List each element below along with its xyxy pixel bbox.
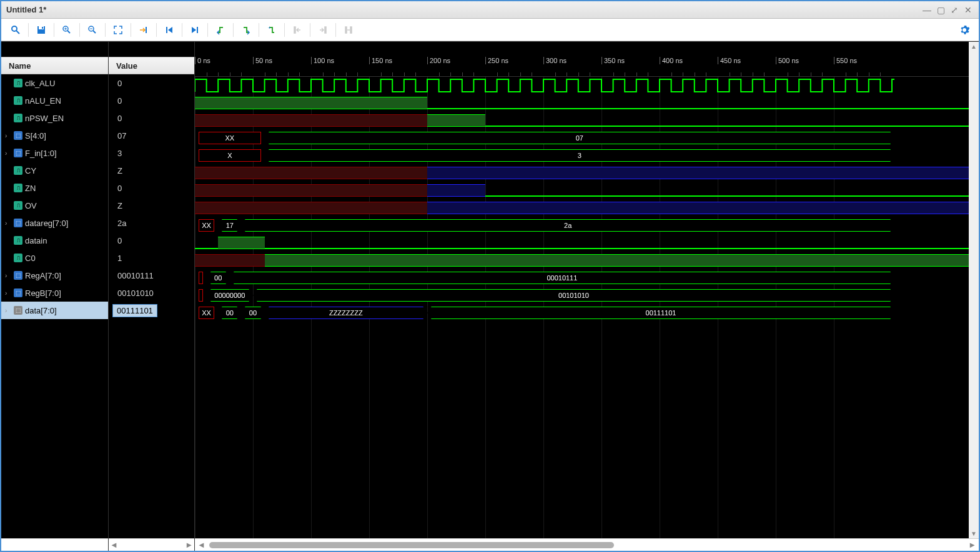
separator bbox=[131, 23, 131, 37]
bus-signal-icon: ⬚ bbox=[14, 288, 22, 297]
signal-name-row[interactable]: ›⬚S[4:0] bbox=[1, 127, 108, 144]
wave-row: 0000010111 bbox=[195, 269, 979, 287]
bus-segment: ZZZZZZZZ bbox=[269, 307, 423, 319]
ruler-tick: 500 ns bbox=[776, 57, 799, 64]
inout-signal-icon: ⬚ bbox=[14, 306, 22, 315]
signal-value-row[interactable]: 00101010 bbox=[109, 284, 194, 302]
signal-value-label: 0 bbox=[112, 79, 122, 88]
close-icon[interactable]: ✕ bbox=[963, 4, 974, 16]
bus-signal-icon: ⬚ bbox=[14, 131, 22, 140]
signal-value-row[interactable]: 07 bbox=[109, 127, 194, 144]
signal-name-label: RegA[7:0] bbox=[25, 271, 61, 280]
signal-value-row[interactable]: 00010111 bbox=[109, 267, 194, 284]
ruler-tick: 550 ns bbox=[834, 57, 857, 64]
signal-value-label: 00010111 bbox=[112, 271, 154, 280]
h-scroll-wave[interactable]: ◄ ► bbox=[195, 538, 979, 551]
ruler-tick: 100 ns bbox=[311, 57, 334, 64]
expand-icon[interactable]: › bbox=[5, 150, 14, 157]
goto-end-button[interactable] bbox=[186, 21, 204, 39]
signal-value-row[interactable]: 0 bbox=[109, 92, 194, 109]
swap-markers-button bbox=[339, 21, 358, 39]
svg-line-1 bbox=[16, 31, 19, 34]
expand-icon[interactable]: › bbox=[5, 290, 14, 297]
signal-name-label: clk_ALU bbox=[25, 79, 55, 88]
signal-value-row[interactable]: 2a bbox=[109, 214, 194, 232]
signal-value-label: 0 bbox=[112, 96, 122, 106]
waveform-area[interactable]: XX07X3XX172a00000101110000000000101010XX… bbox=[195, 77, 979, 538]
separator bbox=[310, 23, 310, 37]
zoom-in-button[interactable] bbox=[57, 21, 76, 39]
wave-row bbox=[195, 199, 979, 217]
signal-value-row[interactable]: Z bbox=[109, 197, 194, 214]
svg-rect-4 bbox=[42, 27, 43, 29]
bus-segment: 00 bbox=[222, 307, 237, 319]
signal-name-row[interactable]: ›⬚RegB[7:0] bbox=[1, 284, 108, 302]
prev-transition-button[interactable] bbox=[211, 21, 230, 39]
goto-start-button[interactable] bbox=[160, 21, 179, 39]
signal-name-row[interactable]: ›⬚RegA[7:0] bbox=[1, 267, 108, 284]
scroll-thumb[interactable] bbox=[209, 542, 614, 548]
signal-value-row[interactable]: 0 bbox=[109, 109, 194, 127]
signal-value-row[interactable]: Z bbox=[109, 162, 194, 179]
signal-name-row[interactable]: ›⬚datareg[7:0] bbox=[1, 214, 108, 232]
signal-value-row[interactable]: 3 bbox=[109, 144, 194, 162]
bus-segment: 00111101 bbox=[431, 307, 891, 319]
search-button[interactable] bbox=[6, 21, 25, 39]
save-button[interactable] bbox=[32, 21, 51, 39]
svg-line-11 bbox=[93, 31, 96, 33]
expand-icon[interactable]: › bbox=[5, 307, 14, 314]
h-scroll-name[interactable] bbox=[1, 538, 108, 551]
signal-value-label: Z bbox=[112, 201, 122, 210]
signal-value-label: 0 bbox=[112, 114, 122, 123]
scroll-up-icon[interactable]: ▲ bbox=[971, 43, 977, 50]
signal-value-row[interactable]: 00111101 bbox=[109, 302, 194, 319]
wave-row bbox=[195, 234, 979, 252]
signal-name-row[interactable]: ⎍nALU_EN bbox=[1, 92, 108, 109]
separator bbox=[54, 23, 54, 37]
signal-name-row[interactable]: ⎍C0 bbox=[1, 249, 108, 267]
bus-segment: 2a bbox=[245, 219, 891, 232]
separator bbox=[156, 23, 157, 37]
signal-value-row[interactable]: 0 bbox=[109, 179, 194, 197]
signal-name-row[interactable]: ›⬚data[7:0] bbox=[1, 302, 108, 319]
minimize-icon[interactable]: — bbox=[921, 4, 933, 16]
signal-name-row[interactable]: ⎍clk_ALU bbox=[1, 74, 108, 92]
expand-icon[interactable]: › bbox=[5, 132, 14, 139]
goto-cursor-button[interactable] bbox=[134, 21, 153, 39]
add-marker-button[interactable]: + bbox=[262, 21, 281, 39]
bus-segment bbox=[199, 272, 203, 284]
value-header[interactable]: Value bbox=[109, 57, 194, 74]
ruler-tick: 250 ns bbox=[485, 57, 508, 64]
settings-button[interactable] bbox=[955, 21, 974, 39]
signal-name-row[interactable]: ⎍nPSW_EN bbox=[1, 109, 108, 127]
signal-name-row[interactable]: ⎍ZN bbox=[1, 179, 108, 197]
bit-signal-icon: ⎍ bbox=[14, 96, 22, 105]
next-transition-button[interactable] bbox=[237, 21, 255, 39]
zoom-fit-button[interactable] bbox=[109, 21, 127, 39]
ruler-tick: 450 ns bbox=[718, 57, 741, 64]
signal-name-row[interactable]: ⎍datain bbox=[1, 232, 108, 249]
name-header[interactable]: Name bbox=[1, 57, 108, 74]
signal-value-row[interactable]: 1 bbox=[109, 249, 194, 267]
maximize-icon[interactable]: ▢ bbox=[935, 4, 946, 16]
restore-icon[interactable]: ⤢ bbox=[949, 4, 960, 16]
time-ruler[interactable]: 0 ns50 ns100 ns150 ns200 ns250 ns300 ns3… bbox=[195, 57, 979, 77]
expand-icon[interactable]: › bbox=[5, 272, 14, 279]
signal-name-label: nALU_EN bbox=[25, 96, 61, 106]
wave-row bbox=[195, 77, 979, 94]
wave-row: XX0000ZZZZZZZZ00111101 bbox=[195, 304, 979, 322]
expand-icon[interactable]: › bbox=[5, 220, 14, 227]
signal-name-row[interactable]: ⎍OV bbox=[1, 197, 108, 214]
h-scroll-value[interactable]: ◄► bbox=[109, 538, 194, 551]
ruler-tick: 300 ns bbox=[543, 57, 567, 64]
signal-name-row[interactable]: ›⬚F_in[1:0] bbox=[1, 144, 108, 162]
separator bbox=[207, 23, 208, 37]
signal-name-row[interactable]: ⎍CY bbox=[1, 162, 108, 179]
signal-value-row[interactable]: 0 bbox=[109, 232, 194, 249]
v-scroll[interactable]: ▲▼ bbox=[969, 42, 979, 538]
signal-name-label: RegB[7:0] bbox=[25, 288, 61, 298]
scroll-down-icon[interactable]: ▼ bbox=[971, 530, 977, 537]
svg-rect-13 bbox=[166, 27, 167, 33]
signal-value-row[interactable]: 0 bbox=[109, 74, 194, 92]
zoom-out-button[interactable] bbox=[83, 21, 102, 39]
